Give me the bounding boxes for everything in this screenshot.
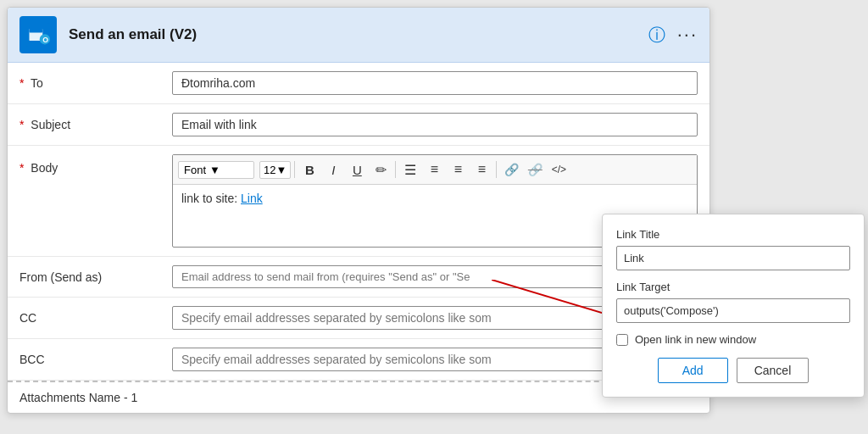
to-label: * To [19,71,172,90]
toolbar-divider-2 [395,161,396,178]
cancel-button[interactable]: Cancel [737,358,810,383]
open-new-window-label: Open link in new window [635,333,756,346]
body-text-prefix: link to site: [181,192,241,205]
more-options-icon[interactable]: ··· [677,24,698,46]
open-new-window-row: Open link in new window [616,333,850,346]
align-right-button[interactable]: ≡ [470,159,492,181]
link-target-label: Link Target [616,281,850,293]
link-title-label: Link Title [616,228,850,241]
italic-button[interactable]: I [322,159,344,181]
to-row: * To [8,63,709,104]
svg-text:O: O [42,36,48,44]
popup-actions: Add Cancel [616,358,850,383]
subject-input[interactable] [172,113,698,136]
dropdown-arrow-icon: ▼ [209,164,220,176]
add-button[interactable]: Add [658,358,728,383]
body-link[interactable]: Link [241,192,263,205]
link-target-input[interactable] [616,298,850,323]
body-label: * Body [19,154,172,175]
font-size-selector[interactable]: 12 ▼ [259,161,291,179]
open-new-window-checkbox[interactable] [616,334,628,346]
align-left-button[interactable]: ≡ [447,159,469,181]
size-dropdown-icon: ▼ [275,164,287,176]
code-button[interactable]: </> [548,159,570,181]
to-required-star: * [19,76,24,90]
underline-button[interactable]: U [346,159,368,181]
svg-rect-2 [30,29,43,32]
subject-required-star: * [19,118,24,131]
font-selector[interactable]: Font ▼ [178,161,254,179]
from-label: From (Send as) [19,265,172,284]
unlink-button[interactable]: 🔗 [524,159,546,181]
subject-row: * Subject [8,104,709,146]
help-icon[interactable]: ⓘ [648,24,665,47]
toolbar-divider-1 [294,161,295,178]
subject-label: * Subject [19,113,172,131]
highlight-button[interactable]: ✏ [370,159,392,181]
bold-button[interactable]: B [298,159,320,181]
link-button[interactable]: 🔗 [500,159,522,181]
panel-header: O Send an email (V2) ⓘ ··· [8,8,709,63]
toolbar-divider-3 [496,161,497,178]
numbered-list-button[interactable]: ≡ [423,159,445,181]
editor-toolbar: Font ▼ 12 ▼ B I U ✏ ☰ ≡ ≡ ≡ [173,155,697,185]
attachments-label: Attachments Name - 1 [19,391,137,404]
link-title-input[interactable] [616,246,850,270]
outlook-icon: O [19,16,57,53]
to-input[interactable] [172,71,698,95]
bullet-list-button[interactable]: ☰ [399,159,421,181]
panel-title: Send an email (V2) [69,26,648,43]
bcc-label: BCC [19,348,172,366]
header-actions: ⓘ ··· [648,24,698,47]
body-required-star: * [19,161,24,175]
cc-label: CC [19,306,172,325]
link-popup: Link Title Link Target Open link in new … [602,214,865,398]
